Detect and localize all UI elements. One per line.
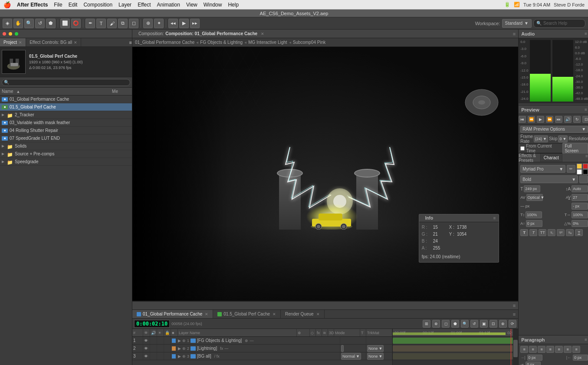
frame-rate-dropdown[interactable]: (24) ▼ bbox=[534, 135, 548, 142]
preview-menu-icon[interactable]: ≡ bbox=[585, 107, 587, 112]
layer-audio-2[interactable] bbox=[150, 345, 157, 352]
layer-solo-1[interactable] bbox=[157, 337, 164, 344]
layer-trkmat-dropdown-3[interactable]: None ▼ bbox=[367, 353, 384, 360]
justify-left-btn[interactable]: ≡ bbox=[546, 346, 554, 353]
text-italic-btn[interactable]: T bbox=[529, 229, 537, 236]
tool-mask-rect[interactable]: ⬜ bbox=[60, 19, 70, 28]
tl-tab-0[interactable]: 01_Global Performance Cache ✕ bbox=[132, 310, 213, 318]
preview-settings-btn[interactable]: ⊡ bbox=[582, 116, 588, 123]
tl-tool-8[interactable]: ⊕ bbox=[499, 320, 507, 328]
layer-solo-2[interactable] bbox=[157, 345, 164, 352]
project-item-2[interactable]: ▶ 📁 2_Tracker bbox=[0, 111, 132, 119]
text-smallcaps-btn[interactable]: Tₜ bbox=[548, 229, 555, 236]
comp-panel-menu-icon[interactable]: ≡ bbox=[513, 31, 516, 36]
tool-select[interactable]: ◈ bbox=[3, 19, 12, 28]
tl-tool-4[interactable]: ⬟ bbox=[451, 320, 459, 328]
align-right-btn[interactable]: ≡ bbox=[538, 346, 545, 353]
font-style-edit-btn[interactable]: ✏ bbox=[567, 165, 575, 173]
comp-panel-tab-close[interactable]: ✕ bbox=[261, 32, 264, 36]
menu-window[interactable]: Window bbox=[204, 2, 222, 8]
layer-mode-dropdown-2[interactable] bbox=[341, 345, 344, 352]
tl-tool-9[interactable]: ⟳ bbox=[509, 320, 516, 328]
project-item-6[interactable]: ▶ 📁 Solids bbox=[0, 142, 132, 150]
layer-parent-btn-2[interactable]: — bbox=[224, 346, 228, 351]
preview-audio-btn[interactable]: 🔊 bbox=[564, 116, 572, 123]
timeline-timecode[interactable]: 0:00:02:10 bbox=[134, 320, 170, 328]
font-style-dropdown[interactable]: Bold ▼ bbox=[520, 175, 578, 183]
play-forward[interactable]: ▶ bbox=[179, 19, 189, 28]
tool-text[interactable]: T bbox=[96, 19, 106, 28]
audio-menu-icon[interactable]: ≡ bbox=[585, 31, 587, 36]
track-scrollbar[interactable] bbox=[513, 329, 518, 365]
tool-brush[interactable]: 🖌 bbox=[107, 19, 117, 28]
layer-solo-switch-3[interactable]: ⊕ bbox=[182, 354, 186, 358]
font-name-dropdown[interactable]: Myriad Pro ▼ bbox=[520, 165, 565, 173]
tool-eraser[interactable]: ◻ bbox=[129, 19, 138, 28]
layer-audio-1[interactable] bbox=[150, 337, 157, 344]
tl-search[interactable]: 🔍 bbox=[461, 320, 469, 328]
tool-zoom[interactable]: 🔍 bbox=[24, 19, 34, 28]
preview-back-btn[interactable]: ⏪ bbox=[528, 116, 535, 123]
menu-help[interactable]: Help bbox=[228, 2, 239, 8]
tool-mask-ellipse[interactable]: ⭕ bbox=[71, 19, 81, 28]
tool-rotate[interactable]: ↺ bbox=[35, 19, 45, 28]
play-back-frame[interactable]: ◂◂ bbox=[168, 19, 178, 28]
text-underline-btn[interactable]: T bbox=[575, 229, 583, 236]
workspace-dropdown[interactable]: Standard ▼ bbox=[502, 19, 532, 28]
panel-menu-icon[interactable]: ≡ bbox=[129, 40, 132, 45]
project-item-8[interactable]: ▶ 📁 Speedgrade bbox=[0, 158, 132, 166]
menu-layer[interactable]: Layer bbox=[118, 2, 131, 8]
tracking-field-2[interactable]: - px bbox=[572, 203, 588, 210]
character-tab[interactable]: Charact bbox=[541, 154, 562, 162]
tsume-field[interactable]: 0% bbox=[572, 220, 588, 227]
preview-fwd-btn[interactable]: ⏩ bbox=[546, 116, 553, 123]
color-swatch-bg[interactable] bbox=[583, 164, 588, 169]
info-menu-icon[interactable]: ≡ bbox=[493, 216, 496, 220]
breadcrumb-4[interactable]: Subcomp04 Pink bbox=[293, 40, 326, 45]
project-item-1[interactable]: ■ 01.5_Global Perf Cache bbox=[0, 103, 132, 111]
tab-effect-controls[interactable]: Effect Controls: BG all ✕ bbox=[26, 38, 81, 46]
color-swatch-black[interactable] bbox=[583, 169, 588, 174]
ec-menu-icon[interactable]: ≡ bbox=[584, 154, 588, 162]
tl-tool-7[interactable]: ⊡ bbox=[489, 320, 497, 328]
justify-center-btn[interactable]: ≡ bbox=[555, 346, 563, 353]
tl-tab-close-1[interactable]: ✕ bbox=[273, 312, 276, 316]
font-size-field[interactable]: 249 px bbox=[524, 185, 540, 192]
faux-bold-btn[interactable] bbox=[579, 175, 588, 183]
layer-vis-1[interactable]: 👁 bbox=[143, 337, 150, 344]
text-bold-btn[interactable]: T bbox=[520, 229, 528, 236]
tool-unified[interactable]: ⬟ bbox=[46, 19, 56, 28]
indent-first-field[interactable] bbox=[526, 362, 541, 365]
tl-tool-3[interactable]: ◻ bbox=[442, 320, 450, 328]
text-sub-btn[interactable]: T₂ bbox=[566, 229, 574, 236]
menu-effect[interactable]: Effect bbox=[138, 2, 151, 8]
project-item-7[interactable]: ▶ 📁 Source + Pre-comps bbox=[0, 150, 132, 158]
layer-lock-2[interactable] bbox=[164, 345, 171, 352]
project-search-input[interactable] bbox=[2, 79, 130, 86]
indent-left-field[interactable] bbox=[527, 355, 542, 361]
layer-expand-btn-1[interactable]: ▶ bbox=[178, 339, 181, 343]
layer-solo-3[interactable] bbox=[157, 352, 164, 360]
tool-roto[interactable]: ⊕ bbox=[143, 19, 153, 28]
tool-pen[interactable]: ✒ bbox=[85, 19, 95, 28]
justify-right-btn[interactable]: ≡ bbox=[564, 346, 572, 353]
menu-animation[interactable]: Animation bbox=[157, 2, 180, 8]
full-screen-button[interactable]: Full Screen bbox=[562, 143, 588, 154]
justify-all-btn[interactable]: ≡ bbox=[572, 346, 580, 353]
project-item-3[interactable]: ■ 03_Variable width mask feather bbox=[0, 119, 132, 127]
from-current-time-checkbox-label[interactable]: From Current Time bbox=[520, 144, 561, 153]
play-fwd-frame[interactable]: ▸▸ bbox=[190, 19, 200, 28]
color-swatch-white[interactable] bbox=[577, 169, 582, 174]
preview-play-btn[interactable]: ▶ bbox=[537, 116, 544, 123]
vert-scale-field[interactable]: 100% bbox=[526, 211, 542, 218]
baseline-field[interactable]: 0 px bbox=[526, 220, 542, 227]
menu-after-effects[interactable]: After Effects bbox=[17, 2, 48, 8]
close-button[interactable] bbox=[3, 32, 6, 36]
breadcrumb-3[interactable]: MG Interactive Light bbox=[248, 40, 287, 45]
tl-tab-close-2[interactable]: ✕ bbox=[316, 312, 320, 316]
tl-tool-6[interactable]: ▣ bbox=[480, 320, 488, 328]
align-center-btn[interactable]: ≡ bbox=[529, 346, 537, 353]
layer-lock-3[interactable] bbox=[164, 352, 171, 360]
tl-tab-render[interactable]: Render Queue ✕ bbox=[281, 310, 325, 318]
horiz-scale-field[interactable]: 100% bbox=[572, 211, 588, 218]
